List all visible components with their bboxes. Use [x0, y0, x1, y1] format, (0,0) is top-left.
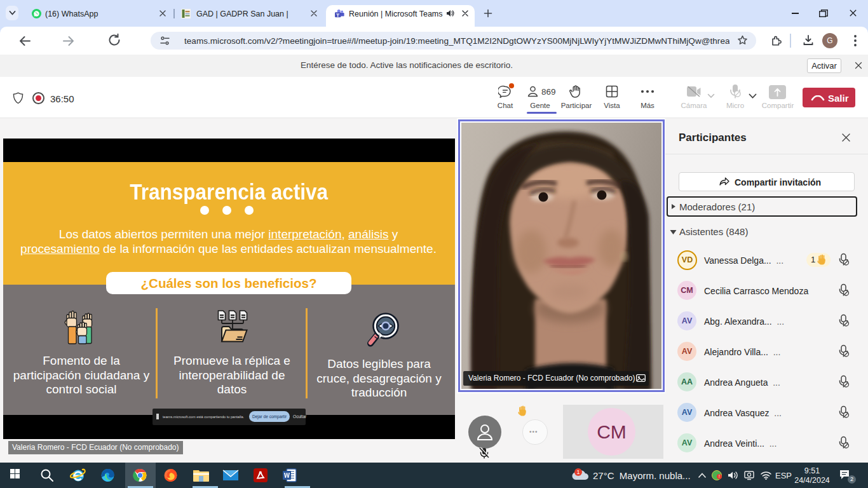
svg-text:1: 1 — [576, 469, 580, 475]
